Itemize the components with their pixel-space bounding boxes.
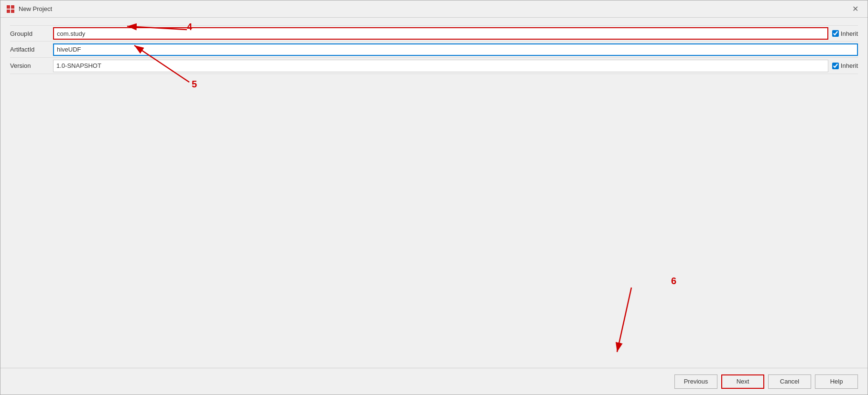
annotation-6: 6 xyxy=(671,276,676,287)
artifact-id-row: ArtifactId xyxy=(10,42,858,58)
svg-rect-2 xyxy=(7,10,10,13)
svg-rect-3 xyxy=(11,10,14,13)
svg-rect-0 xyxy=(7,5,10,9)
version-row: Version Inherit xyxy=(10,58,858,74)
dialog-footer: Previous Next Cancel Help xyxy=(0,368,868,395)
previous-button[interactable]: Previous xyxy=(674,374,717,389)
form-area: GroupId Inherit ArtifactId Version xyxy=(10,25,858,74)
group-id-input-wrap xyxy=(53,26,828,41)
next-button[interactable]: Next xyxy=(721,374,764,389)
version-inherit-wrap: Inherit xyxy=(832,62,858,69)
help-button[interactable]: Help xyxy=(815,374,858,389)
annotation-4: 4 xyxy=(187,21,192,32)
title-bar: New Project ✕ xyxy=(0,0,868,18)
close-button[interactable]: ✕ xyxy=(848,2,862,16)
annotation-5: 5 xyxy=(192,79,197,90)
dialog-body: GroupId Inherit ArtifactId Version xyxy=(0,18,868,368)
group-id-row: GroupId Inherit xyxy=(10,25,858,42)
cancel-button[interactable]: Cancel xyxy=(768,374,811,389)
dialog-title: New Project xyxy=(19,5,848,12)
artifact-id-input[interactable] xyxy=(53,43,858,56)
version-inherit-label: Inherit xyxy=(841,62,858,69)
version-label: Version xyxy=(10,62,53,69)
svg-line-7 xyxy=(617,288,631,352)
version-input[interactable] xyxy=(53,60,828,72)
new-project-dialog: New Project ✕ GroupId Inherit ArtifactId xyxy=(0,0,868,395)
app-icon xyxy=(6,5,15,13)
group-id-input[interactable] xyxy=(53,27,828,40)
artifact-id-input-wrap xyxy=(53,42,858,57)
version-input-wrap xyxy=(53,58,828,74)
group-id-inherit-label: Inherit xyxy=(841,30,858,37)
svg-rect-1 xyxy=(11,5,14,9)
group-id-label: GroupId xyxy=(10,30,53,37)
group-id-inherit-checkbox[interactable] xyxy=(832,30,839,37)
artifact-id-label: ArtifactId xyxy=(10,46,53,53)
version-inherit-checkbox[interactable] xyxy=(832,63,839,69)
group-id-inherit-wrap: Inherit xyxy=(832,30,858,37)
